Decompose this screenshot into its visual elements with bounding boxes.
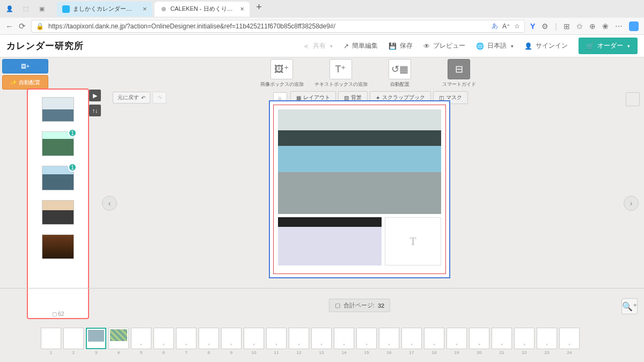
filmstrip-page[interactable]: +16 <box>379 328 399 358</box>
tab-title: CALEKEN - 日めくりカレンダー# <box>171 5 235 13</box>
prev-page-button[interactable]: ‹ <box>102 196 117 211</box>
eye-icon: 👁 <box>423 42 430 50</box>
smart-guide-icon: ⊟ <box>455 63 463 75</box>
text-placeholder[interactable]: T <box>385 217 441 265</box>
filmstrip-page[interactable]: +15 <box>356 328 377 358</box>
filmstrip-page[interactable]: +18 <box>424 328 444 358</box>
translate-icon[interactable]: あ <box>492 21 498 31</box>
reader-icon[interactable]: ⊞ <box>564 22 570 31</box>
library-thumb[interactable] <box>42 234 74 259</box>
filmstrip-page[interactable]: +19 <box>447 328 467 358</box>
account-icon[interactable]: 👤 <box>4 4 15 14</box>
read-aloud-icon[interactable]: A⁺ <box>502 23 510 30</box>
page-filmstrip[interactable]: 1234+5+6+7+8+9+10+11+12+13+14+15+16+17+1… <box>41 328 638 358</box>
save-icon: 💾 <box>389 42 397 50</box>
close-tab-icon[interactable]: × <box>240 5 245 13</box>
filmstrip-page[interactable]: 1 <box>41 328 61 358</box>
address-bar[interactable]: 🔒 https://taopixonl.dank.ne.jp/?action=O… <box>31 20 525 33</box>
library-thumb[interactable] <box>42 200 74 225</box>
main-photo-slot[interactable] <box>278 109 441 214</box>
filmstrip-page[interactable]: 2 <box>63 328 84 358</box>
library-thumb[interactable]: 1 <box>42 166 74 190</box>
cube-icon[interactable]: ⬚ <box>20 4 31 14</box>
auto-layout-icon: ↺▦ <box>391 63 408 75</box>
used-count-badge: 1 <box>68 163 77 172</box>
browser-tab-2[interactable]: CALEKEN - 日めくりカレンダー# × <box>155 2 250 17</box>
new-tab-button[interactable]: + <box>252 2 266 17</box>
panel-sort-icon[interactable]: ↑↓ <box>89 105 101 116</box>
auto-layout-tool[interactable]: ↺▦自動配置 <box>375 59 425 88</box>
favorites-icon[interactable]: ✩ <box>576 22 583 31</box>
image-plus-icon: 🖼+ <box>21 63 30 69</box>
close-tab-icon[interactable]: × <box>143 5 147 13</box>
favicon-icon <box>160 5 167 13</box>
filmstrip-page[interactable]: +23 <box>537 328 557 358</box>
filmstrip-page[interactable]: +6 <box>153 328 174 358</box>
filmstrip-page[interactable]: +8 <box>199 328 219 358</box>
signin-button[interactable]: 👤サインイン <box>524 41 568 50</box>
browser-address-row: ← ⟳ 🔒 https://taopixonl.dank.ne.jp/?acti… <box>0 18 644 35</box>
refresh-button[interactable]: ⟳ <box>19 21 26 31</box>
add-image-box-tool[interactable]: 🖼⁺画像ボックスの追加 <box>257 59 306 88</box>
preview-button[interactable]: 👁プレビュー <box>423 41 465 50</box>
app-logo[interactable]: カレンダー研究所 <box>6 40 84 52</box>
filmstrip-page[interactable]: +10 <box>244 328 264 358</box>
more-icon[interactable]: ⋯ <box>615 22 623 31</box>
filmstrip-page[interactable]: +21 <box>492 328 512 358</box>
share-icon: ⪪ <box>303 42 310 50</box>
add-images-button[interactable]: 🖼+ <box>2 59 48 73</box>
browser-tab-1[interactable]: ましかくカレンダー（日めくり）- × <box>57 2 152 17</box>
used-count-badge: 1 <box>68 129 77 137</box>
smart-guide-tool[interactable]: ⊟スマートガイド <box>434 59 484 88</box>
text-box-icon: T⁺ <box>335 63 347 75</box>
library-thumb[interactable] <box>42 97 74 122</box>
filmstrip-page[interactable]: +24 <box>559 328 580 358</box>
browser-titlebar: 👤 ⬚ ▣ ましかくカレンダー（日めくり）- × CALEKEN - 日めくりカ… <box>0 0 644 18</box>
filmstrip-page[interactable]: +20 <box>469 328 489 358</box>
globe-icon: 🌐 <box>476 42 484 50</box>
wand-icon: ✨ <box>10 79 17 85</box>
image-library-panel[interactable]: 1 1 ▢ 62 <box>27 88 89 319</box>
filmstrip-page[interactable]: +5 <box>131 328 151 358</box>
small-photo-slot[interactable] <box>278 217 382 265</box>
add-text-box-tool[interactable]: T⁺テキストボックスの追加 <box>316 59 365 88</box>
filmstrip-page[interactable]: +17 <box>401 328 422 358</box>
settings-icon[interactable]: ⚙ <box>541 22 548 31</box>
app-header: カレンダー研究所 ⪪共有 ↗簡単編集 💾保存 👁プレビュー 🌐日本語 👤サインイ… <box>0 35 644 57</box>
back-button[interactable]: ← <box>5 21 13 31</box>
filmstrip-page[interactable]: 3 <box>86 328 106 358</box>
filmstrip-page[interactable]: 4 <box>108 328 129 358</box>
edit-icon: ↗ <box>343 42 349 50</box>
extension-icon[interactable]: ❀ <box>602 22 609 31</box>
next-page-button[interactable]: › <box>624 196 639 211</box>
library-thumb[interactable]: 1 <box>42 131 74 156</box>
right-panel-toggle[interactable] <box>626 92 640 106</box>
tab-title: ましかくカレンダー（日めくり）- <box>73 5 137 13</box>
url-text: https://taopixonl.dank.ne.jp/?action=Onl… <box>48 23 487 30</box>
save-button[interactable]: 💾保存 <box>389 41 413 50</box>
y-icon[interactable]: Y <box>530 22 535 31</box>
simple-edit-button[interactable]: ↗簡単編集 <box>343 41 378 50</box>
cart-icon: 🛒 <box>586 42 594 50</box>
language-dropdown[interactable]: 🌐日本語 <box>476 41 514 50</box>
auto-arrange-button[interactable]: ✨自動配置 <box>2 75 48 90</box>
filmstrip-page[interactable]: +13 <box>311 328 332 358</box>
page-canvas[interactable]: T <box>269 100 450 278</box>
image-box-icon: 🖼⁺ <box>274 63 289 75</box>
filmstrip-page[interactable]: +11 <box>266 328 287 358</box>
user-icon: 👤 <box>524 42 532 50</box>
favicon-icon <box>62 5 70 13</box>
filmstrip-page[interactable]: +9 <box>221 328 241 358</box>
filmstrip-page[interactable]: +14 <box>334 328 354 358</box>
filmstrip-page[interactable]: +22 <box>514 328 535 358</box>
favorite-icon[interactable]: ☆ <box>514 23 520 30</box>
order-button[interactable]: 🛒オーダー <box>579 38 638 54</box>
filmstrip-page[interactable]: +7 <box>176 328 196 358</box>
collections-icon[interactable]: ⊕ <box>589 22 596 31</box>
window-icon[interactable]: ▣ <box>36 4 47 14</box>
lock-icon: 🔒 <box>36 23 44 30</box>
share-button[interactable]: ⪪共有 <box>303 41 333 50</box>
panel-collapse-icon[interactable]: ▶ <box>89 90 101 101</box>
profile-icon[interactable] <box>629 21 639 31</box>
filmstrip-page[interactable]: +12 <box>289 328 309 358</box>
